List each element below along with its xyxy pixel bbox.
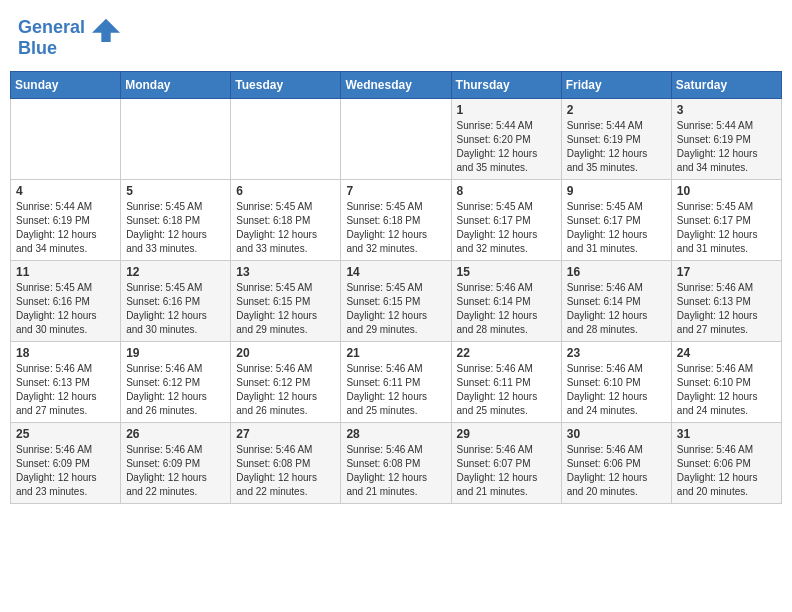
week-row-5: 25Sunrise: 5:46 AM Sunset: 6:09 PM Dayli… [11,423,782,504]
day-info: Sunrise: 5:46 AM Sunset: 6:09 PM Dayligh… [16,443,115,499]
day-number: 31 [677,427,776,441]
header-cell-friday: Friday [561,72,671,99]
day-info: Sunrise: 5:46 AM Sunset: 6:08 PM Dayligh… [346,443,445,499]
calendar-table: SundayMondayTuesdayWednesdayThursdayFrid… [10,71,782,504]
calendar-header: SundayMondayTuesdayWednesdayThursdayFrid… [11,72,782,99]
day-info: Sunrise: 5:46 AM Sunset: 6:14 PM Dayligh… [457,281,556,337]
day-info: Sunrise: 5:45 AM Sunset: 6:15 PM Dayligh… [346,281,445,337]
day-info: Sunrise: 5:45 AM Sunset: 6:17 PM Dayligh… [457,200,556,256]
day-info: Sunrise: 5:46 AM Sunset: 6:09 PM Dayligh… [126,443,225,499]
day-info: Sunrise: 5:45 AM Sunset: 6:15 PM Dayligh… [236,281,335,337]
day-cell: 10Sunrise: 5:45 AM Sunset: 6:17 PM Dayli… [671,180,781,261]
day-cell: 21Sunrise: 5:46 AM Sunset: 6:11 PM Dayli… [341,342,451,423]
day-number: 3 [677,103,776,117]
day-cell: 22Sunrise: 5:46 AM Sunset: 6:11 PM Dayli… [451,342,561,423]
day-cell: 6Sunrise: 5:45 AM Sunset: 6:18 PM Daylig… [231,180,341,261]
day-number: 6 [236,184,335,198]
day-cell [11,99,121,180]
day-cell: 14Sunrise: 5:45 AM Sunset: 6:15 PM Dayli… [341,261,451,342]
day-cell: 16Sunrise: 5:46 AM Sunset: 6:14 PM Dayli… [561,261,671,342]
day-cell: 19Sunrise: 5:46 AM Sunset: 6:12 PM Dayli… [121,342,231,423]
day-info: Sunrise: 5:45 AM Sunset: 6:18 PM Dayligh… [346,200,445,256]
day-info: Sunrise: 5:46 AM Sunset: 6:12 PM Dayligh… [236,362,335,418]
day-cell: 17Sunrise: 5:46 AM Sunset: 6:13 PM Dayli… [671,261,781,342]
day-info: Sunrise: 5:45 AM Sunset: 6:18 PM Dayligh… [126,200,225,256]
calendar-body: 1Sunrise: 5:44 AM Sunset: 6:20 PM Daylig… [11,99,782,504]
day-info: Sunrise: 5:44 AM Sunset: 6:19 PM Dayligh… [677,119,776,175]
day-info: Sunrise: 5:45 AM Sunset: 6:17 PM Dayligh… [677,200,776,256]
day-info: Sunrise: 5:46 AM Sunset: 6:08 PM Dayligh… [236,443,335,499]
header-cell-monday: Monday [121,72,231,99]
day-number: 15 [457,265,556,279]
day-number: 21 [346,346,445,360]
day-info: Sunrise: 5:46 AM Sunset: 6:06 PM Dayligh… [567,443,666,499]
day-number: 23 [567,346,666,360]
day-number: 13 [236,265,335,279]
day-info: Sunrise: 5:46 AM Sunset: 6:10 PM Dayligh… [567,362,666,418]
day-number: 12 [126,265,225,279]
day-cell: 25Sunrise: 5:46 AM Sunset: 6:09 PM Dayli… [11,423,121,504]
day-cell: 4Sunrise: 5:44 AM Sunset: 6:19 PM Daylig… [11,180,121,261]
svg-marker-0 [92,19,120,42]
week-row-3: 11Sunrise: 5:45 AM Sunset: 6:16 PM Dayli… [11,261,782,342]
day-number: 25 [16,427,115,441]
day-info: Sunrise: 5:46 AM Sunset: 6:10 PM Dayligh… [677,362,776,418]
day-info: Sunrise: 5:45 AM Sunset: 6:16 PM Dayligh… [16,281,115,337]
header-row: SundayMondayTuesdayWednesdayThursdayFrid… [11,72,782,99]
day-info: Sunrise: 5:44 AM Sunset: 6:20 PM Dayligh… [457,119,556,175]
header-cell-wednesday: Wednesday [341,72,451,99]
day-cell: 30Sunrise: 5:46 AM Sunset: 6:06 PM Dayli… [561,423,671,504]
day-info: Sunrise: 5:45 AM Sunset: 6:16 PM Dayligh… [126,281,225,337]
week-row-2: 4Sunrise: 5:44 AM Sunset: 6:19 PM Daylig… [11,180,782,261]
day-number: 11 [16,265,115,279]
day-cell: 18Sunrise: 5:46 AM Sunset: 6:13 PM Dayli… [11,342,121,423]
week-row-4: 18Sunrise: 5:46 AM Sunset: 6:13 PM Dayli… [11,342,782,423]
day-info: Sunrise: 5:46 AM Sunset: 6:07 PM Dayligh… [457,443,556,499]
day-info: Sunrise: 5:46 AM Sunset: 6:11 PM Dayligh… [346,362,445,418]
day-cell: 2Sunrise: 5:44 AM Sunset: 6:19 PM Daylig… [561,99,671,180]
day-number: 30 [567,427,666,441]
header-cell-sunday: Sunday [11,72,121,99]
day-number: 17 [677,265,776,279]
day-number: 14 [346,265,445,279]
day-cell: 8Sunrise: 5:45 AM Sunset: 6:17 PM Daylig… [451,180,561,261]
day-cell: 31Sunrise: 5:46 AM Sunset: 6:06 PM Dayli… [671,423,781,504]
day-number: 22 [457,346,556,360]
day-cell: 15Sunrise: 5:46 AM Sunset: 6:14 PM Dayli… [451,261,561,342]
day-number: 8 [457,184,556,198]
day-cell: 13Sunrise: 5:45 AM Sunset: 6:15 PM Dayli… [231,261,341,342]
page-header: General Blue [10,10,782,63]
day-cell: 26Sunrise: 5:46 AM Sunset: 6:09 PM Dayli… [121,423,231,504]
day-number: 16 [567,265,666,279]
day-cell: 1Sunrise: 5:44 AM Sunset: 6:20 PM Daylig… [451,99,561,180]
day-cell: 24Sunrise: 5:46 AM Sunset: 6:10 PM Dayli… [671,342,781,423]
day-cell: 11Sunrise: 5:45 AM Sunset: 6:16 PM Dayli… [11,261,121,342]
day-cell: 29Sunrise: 5:46 AM Sunset: 6:07 PM Dayli… [451,423,561,504]
day-number: 19 [126,346,225,360]
day-info: Sunrise: 5:46 AM Sunset: 6:14 PM Dayligh… [567,281,666,337]
day-info: Sunrise: 5:44 AM Sunset: 6:19 PM Dayligh… [567,119,666,175]
day-cell: 7Sunrise: 5:45 AM Sunset: 6:18 PM Daylig… [341,180,451,261]
day-info: Sunrise: 5:46 AM Sunset: 6:12 PM Dayligh… [126,362,225,418]
day-number: 27 [236,427,335,441]
day-cell [341,99,451,180]
day-number: 28 [346,427,445,441]
day-cell: 28Sunrise: 5:46 AM Sunset: 6:08 PM Dayli… [341,423,451,504]
day-number: 7 [346,184,445,198]
day-info: Sunrise: 5:46 AM Sunset: 6:11 PM Dayligh… [457,362,556,418]
day-cell: 20Sunrise: 5:46 AM Sunset: 6:12 PM Dayli… [231,342,341,423]
day-info: Sunrise: 5:46 AM Sunset: 6:13 PM Dayligh… [677,281,776,337]
day-info: Sunrise: 5:45 AM Sunset: 6:18 PM Dayligh… [236,200,335,256]
day-cell: 3Sunrise: 5:44 AM Sunset: 6:19 PM Daylig… [671,99,781,180]
day-number: 18 [16,346,115,360]
day-number: 2 [567,103,666,117]
day-cell: 23Sunrise: 5:46 AM Sunset: 6:10 PM Dayli… [561,342,671,423]
day-number: 24 [677,346,776,360]
day-number: 1 [457,103,556,117]
day-number: 26 [126,427,225,441]
day-cell: 9Sunrise: 5:45 AM Sunset: 6:17 PM Daylig… [561,180,671,261]
day-number: 4 [16,184,115,198]
day-cell [121,99,231,180]
header-cell-thursday: Thursday [451,72,561,99]
day-info: Sunrise: 5:46 AM Sunset: 6:06 PM Dayligh… [677,443,776,499]
